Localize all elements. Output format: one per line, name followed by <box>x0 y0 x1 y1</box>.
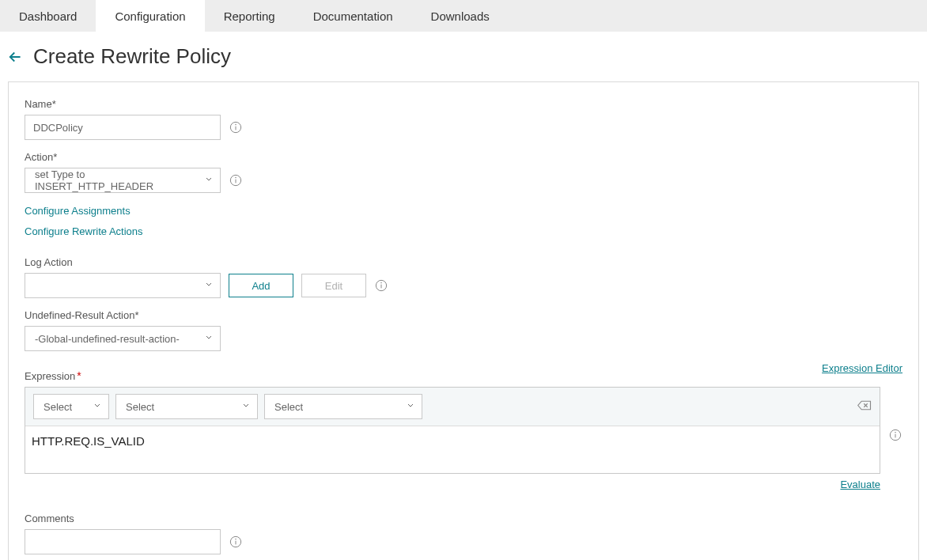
svg-point-16 <box>236 539 236 539</box>
name-label: Name* <box>25 98 902 110</box>
expression-box: Select Select Select <box>25 387 880 474</box>
evaluate-link[interactable]: Evaluate <box>840 479 880 490</box>
configure-assignments-link[interactable]: Configure Assignments <box>25 205 131 217</box>
undefined-result-label: Undefined-Result Action* <box>25 309 902 321</box>
expression-select-1-value: Select <box>44 401 72 413</box>
chevron-down-icon <box>406 401 415 413</box>
top-tabs: Dashboard Configuration Reporting Docume… <box>0 0 927 32</box>
expression-select-1[interactable]: Select <box>33 394 109 419</box>
comments-label: Comments <box>25 513 902 524</box>
action-select-value: set Type to INSERT_HTTP_HEADER <box>35 168 198 192</box>
svg-point-8 <box>381 282 382 283</box>
expression-select-2[interactable]: Select <box>115 394 258 419</box>
expression-textarea[interactable] <box>25 426 880 471</box>
chevron-down-icon <box>93 401 102 413</box>
expression-select-3-value: Select <box>274 401 303 413</box>
expression-toolbar: Select Select Select <box>25 388 880 426</box>
info-icon[interactable] <box>888 428 902 442</box>
svg-point-13 <box>895 432 896 433</box>
undefined-result-value: -Global-undefined-result-action- <box>35 333 180 345</box>
info-icon[interactable] <box>229 535 243 549</box>
info-icon[interactable] <box>229 173 243 187</box>
tab-downloads[interactable]: Downloads <box>412 0 509 32</box>
log-action-label: Log Action <box>25 256 902 268</box>
expression-select-2-value: Select <box>126 401 154 413</box>
tab-dashboard[interactable]: Dashboard <box>0 0 96 32</box>
svg-point-2 <box>236 124 236 125</box>
required-star: * <box>77 369 81 382</box>
comments-input[interactable] <box>25 529 221 554</box>
configure-rewrite-actions-link[interactable]: Configure Rewrite Actions <box>25 225 143 237</box>
tab-configuration[interactable]: Configuration <box>96 0 204 32</box>
title-bar: Create Rewrite Policy <box>0 32 927 81</box>
form-panel: Name* Action* set Type to INSERT_HTTP_HE… <box>8 81 919 560</box>
action-label: Action* <box>25 151 902 163</box>
clear-icon[interactable] <box>857 400 872 414</box>
expression-label: Expression <box>25 370 75 382</box>
edit-button: Edit <box>301 274 366 297</box>
expression-select-3[interactable]: Select <box>264 394 422 419</box>
expression-editor-link[interactable]: Expression Editor <box>822 362 902 374</box>
chevron-down-icon <box>204 175 214 187</box>
log-action-select[interactable] <box>25 273 221 298</box>
chevron-down-icon <box>241 401 251 413</box>
undefined-result-select[interactable]: -Global-undefined-result-action- <box>25 326 221 351</box>
action-select[interactable]: set Type to INSERT_HTTP_HEADER <box>25 168 221 193</box>
back-icon[interactable] <box>8 48 25 66</box>
add-button[interactable]: Add <box>229 274 293 297</box>
tab-reporting[interactable]: Reporting <box>205 0 294 32</box>
info-icon[interactable] <box>374 278 388 293</box>
chevron-down-icon <box>204 333 214 345</box>
svg-point-5 <box>236 177 236 178</box>
tab-documentation[interactable]: Documentation <box>294 0 412 32</box>
page-title: Create Rewrite Policy <box>33 44 231 69</box>
info-icon[interactable] <box>229 120 243 134</box>
name-input[interactable] <box>25 115 221 140</box>
chevron-down-icon <box>204 280 214 292</box>
